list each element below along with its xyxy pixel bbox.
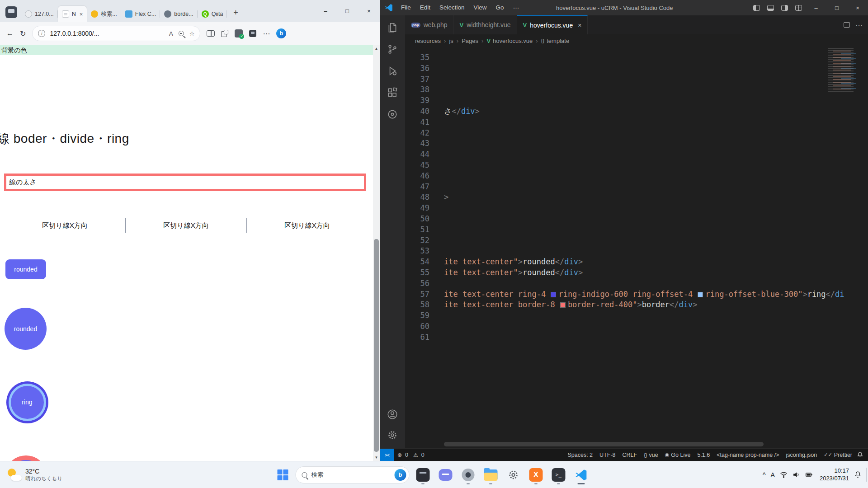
collections-icon[interactable] <box>221 30 228 37</box>
code-line[interactable]: 44 <box>405 149 868 160</box>
code-line[interactable]: 45 <box>405 160 868 171</box>
code-line[interactable]: 35 <box>405 52 868 63</box>
refresh-icon[interactable]: ↻ <box>20 29 26 38</box>
status-item[interactable]: UTF-8 <box>599 452 615 458</box>
run-debug-icon[interactable] <box>387 65 398 77</box>
address-bar[interactable]: i 127.0.0.1:8000/... A ☆ <box>32 26 200 41</box>
browser-tab[interactable]: 検索... <box>87 6 121 22</box>
menu-edit[interactable]: Edit <box>416 3 434 13</box>
menu-file[interactable]: File <box>397 3 415 13</box>
tray-expand-icon[interactable]: ^ <box>763 471 766 479</box>
vscode-minimize-button[interactable]: – <box>806 0 826 15</box>
code-line[interactable]: 55ite text-center">rounded</div> <box>405 267 868 278</box>
code-line[interactable]: 52 <box>405 235 868 246</box>
code-line[interactable]: 37 <box>405 74 868 85</box>
code-line[interactable]: 49 <box>405 203 868 214</box>
workspaces-icon[interactable] <box>5 6 17 18</box>
chat-app-icon[interactable] <box>435 464 455 486</box>
account-icon[interactable] <box>387 408 398 420</box>
breadcrumb-item[interactable]: js <box>449 38 453 44</box>
split-screen-icon[interactable] <box>207 30 215 37</box>
code-editor[interactable]: 353637383940さ</div>4142434445464748>4950… <box>405 47 868 448</box>
menu-selection[interactable]: Selection <box>435 3 469 13</box>
file-explorer-icon[interactable] <box>481 464 500 486</box>
code-line[interactable]: 40さ</div> <box>405 106 868 117</box>
code-line[interactable]: 58ite text-center border-8 border-red-40… <box>405 300 868 310</box>
code-line[interactable]: 39 <box>405 95 868 106</box>
browser-tab[interactable]: borde... <box>160 6 197 22</box>
breadcrumb-item[interactable]: {}template <box>541 38 570 44</box>
editor-tab[interactable]: Vhoverfocus.vue× <box>517 15 588 34</box>
code-line[interactable]: 60 <box>405 321 868 332</box>
status-item[interactable]: ✓✓Prettier <box>824 452 852 458</box>
page-scrollbar[interactable]: ▲ ▼ <box>373 45 380 461</box>
volume-icon[interactable] <box>793 471 800 479</box>
split-editor-icon[interactable] <box>844 22 850 28</box>
taskbar-clock[interactable]: 10:17 2023/07/31 <box>820 467 849 483</box>
code-line[interactable]: 46 <box>405 171 868 182</box>
close-button[interactable]: × <box>358 0 380 22</box>
customize-layout-icon[interactable] <box>795 5 802 11</box>
editor-tab[interactable]: Vwidthheight.vue <box>454 15 517 34</box>
extension-icon[interactable] <box>249 30 256 37</box>
toggle-panel-icon[interactable] <box>767 5 774 11</box>
editor-tab[interactable]: phpweb.php <box>405 15 454 34</box>
code-line[interactable]: 48> <box>405 192 868 203</box>
wifi-icon[interactable] <box>780 471 788 479</box>
code-line[interactable]: 36 <box>405 63 868 74</box>
terminal-app-icon[interactable]: >_ <box>548 464 568 486</box>
vscode-app-icon[interactable] <box>571 464 591 486</box>
vscode-maximize-button[interactable]: □ <box>826 0 847 15</box>
taskbar-search[interactable]: 検索 b <box>295 466 409 483</box>
maximize-button[interactable]: □ <box>336 0 358 22</box>
editor-horizontal-scrollbar[interactable] <box>444 442 825 446</box>
notification-center-icon[interactable] <box>854 471 862 479</box>
browser-tab[interactable]: 127.0... <box>21 6 58 22</box>
breadcrumb-item[interactable]: resources <box>415 38 441 44</box>
code-line[interactable]: 38 <box>405 84 868 95</box>
breadcrumb-item[interactable]: Pages <box>462 38 478 44</box>
ime-indicator[interactable]: A <box>771 471 775 479</box>
code-line[interactable]: 41 <box>405 117 868 128</box>
browser-tab[interactable]: QQiita <box>198 6 227 22</box>
status-item[interactable]: Spaces: 2 <box>567 452 593 458</box>
code-line[interactable]: 54ite text-center">rounded</div> <box>405 257 868 267</box>
remote-indicator[interactable]: >< <box>380 449 394 461</box>
new-tab-button[interactable]: + <box>230 7 241 19</box>
code-line[interactable]: 43 <box>405 138 868 149</box>
code-line[interactable]: 51 <box>405 225 868 235</box>
status-item[interactable]: 5.1.6 <box>697 452 710 458</box>
code-line[interactable]: 57ite text-center ring-4 ring-indigo-600… <box>405 289 868 300</box>
code-line[interactable]: 50 <box>405 214 868 225</box>
code-line[interactable]: 61 <box>405 332 868 343</box>
read-aloud-icon[interactable]: A <box>169 30 173 37</box>
show-desktop-button[interactable] <box>866 468 868 482</box>
menu-view[interactable]: View <box>470 3 491 13</box>
minimap[interactable] <box>827 48 868 108</box>
breadcrumb-item[interactable]: Vhoverfocus.vue <box>486 38 533 44</box>
code-line[interactable]: 53 <box>405 246 868 257</box>
url-text[interactable]: 127.0.0.1:8000/... <box>50 30 165 37</box>
status-item[interactable]: jsconfig.json <box>786 452 817 458</box>
code-line[interactable]: 47 <box>405 182 868 192</box>
tab-close-icon[interactable]: × <box>578 22 581 29</box>
extensions-icon[interactable] <box>387 87 398 99</box>
tab-close-icon[interactable]: × <box>80 11 83 18</box>
code-line[interactable]: 42 <box>405 128 868 139</box>
source-control-icon[interactable] <box>387 43 398 55</box>
scroll-up-icon[interactable]: ▲ <box>373 45 380 52</box>
toggle-sidebar-icon[interactable] <box>753 5 760 11</box>
code-line[interactable]: 56 <box>405 278 868 289</box>
editor-more-actions-icon[interactable]: ⋯ <box>855 21 863 29</box>
status-item[interactable]: CRLF <box>623 452 637 458</box>
status-item[interactable]: <tag-name prop-name /> <box>717 452 779 458</box>
back-icon[interactable]: ← <box>6 29 14 38</box>
menu-more[interactable]: ⋯ <box>509 3 524 13</box>
vscode-close-button[interactable]: × <box>847 0 868 15</box>
notifications-bell-icon[interactable] <box>857 451 868 458</box>
menu-go[interactable]: Go <box>492 3 508 13</box>
settings-app-icon[interactable] <box>503 464 523 486</box>
xampp-icon[interactable]: X <box>526 464 546 486</box>
browser-essentials-icon[interactable] <box>235 29 243 38</box>
site-info-icon[interactable]: i <box>38 30 45 37</box>
